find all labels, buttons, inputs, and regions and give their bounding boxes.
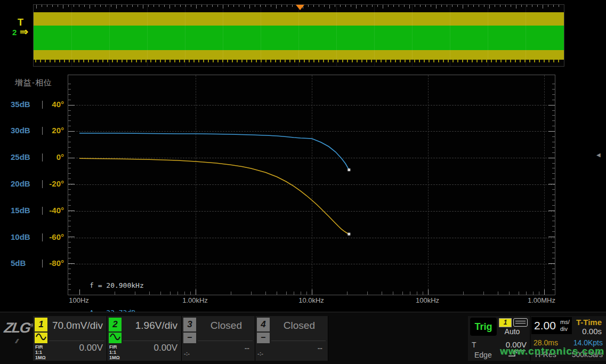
channel1-coupling-icon[interactable] [35, 333, 47, 343]
ruler-tick [340, 5, 341, 7]
ruler-tick [233, 5, 234, 7]
trigger-type[interactable]: Edge [474, 351, 492, 359]
band-tick [496, 60, 497, 62]
channel3-off-icon[interactable]: – [183, 333, 196, 343]
band-tick [443, 60, 444, 62]
band-tick [414, 60, 415, 62]
ruler-tick [479, 5, 479, 7]
ruler-tick [191, 5, 191, 7]
band-tick [141, 60, 142, 62]
ruler-tick [249, 5, 250, 9]
trigger-position-icon[interactable] [296, 5, 304, 10]
channel2-marker[interactable]: 2 [12, 28, 17, 37]
channel2-offset[interactable]: 0.00V [154, 343, 177, 353]
band-tick [126, 60, 127, 62]
band-tick [122, 60, 123, 62]
band-tick [366, 60, 367, 62]
band-tick [481, 60, 482, 62]
band-tick [299, 60, 300, 62]
ruler-tick [505, 5, 506, 7]
band-tick [313, 60, 314, 62]
timebase-box[interactable]: 2.00 ms/div [531, 317, 572, 334]
ruler-tick [548, 5, 548, 7]
bode-plot-title: 增益-相位 [15, 78, 52, 88]
ruler-tick [36, 5, 37, 9]
trigger-level-label: T [472, 341, 476, 349]
channel2-coupling-icon[interactable] [109, 333, 122, 343]
oscilloscope-screen: T 2 ⇒ 增益-相位 35dB40°30dB20°25dB0°20dB-20°… [0, 0, 606, 364]
axis-separator [42, 260, 43, 268]
channel1-block[interactable]: 1 FIR1:11MΩ 70.0mV/div 0.00V [33, 316, 107, 361]
channel4-block[interactable]: 4 – Closed -- -:- [255, 316, 328, 361]
graticule-line [526, 5, 526, 66]
ruler-tick [452, 5, 453, 7]
ruler-tick [329, 5, 330, 9]
band-tick [189, 60, 190, 62]
band-tick [217, 60, 219, 62]
ruler-tick [74, 5, 74, 7]
band-tick [371, 60, 372, 62]
axis-label-row: 35dB40° [0, 99, 67, 110]
trigger-coupling-icon[interactable] [513, 318, 528, 327]
ruler-tick [223, 5, 223, 9]
graticule-line [185, 5, 185, 66]
axis-separator [42, 153, 43, 161]
bode-plot-area: f = 20.900kHz A = 22.73dB Φ = -57.29° [68, 75, 555, 295]
ruler-tick [58, 5, 58, 7]
ruler-tick [521, 5, 522, 7]
band-tick [54, 60, 55, 62]
band-tick [117, 60, 118, 62]
band-tick [491, 60, 492, 62]
ruler-tick [324, 5, 325, 7]
band-tick [467, 60, 468, 62]
band-tick [409, 60, 410, 62]
channel4-badge[interactable]: 4 [257, 318, 270, 331]
channel3-status[interactable]: Closed [211, 320, 242, 331]
band-tick [112, 60, 113, 62]
channel2-tags: FIR1:11MΩ [109, 344, 120, 360]
ruler-tick [425, 5, 426, 7]
channel3-block[interactable]: 3 – Closed -- -:- [182, 316, 255, 361]
ruler-tick [292, 5, 293, 7]
ruler-tick [116, 5, 117, 9]
channel1-offset[interactable]: 0.00V [79, 343, 103, 353]
band-tick [429, 60, 430, 62]
trigger-status[interactable]: Trig [470, 318, 497, 336]
divider [123, 341, 179, 341]
band-tick [548, 60, 550, 62]
channel2-block[interactable]: 2 FIR1:11MΩ 1.96V/div 0.00V [107, 316, 182, 361]
band-tick [98, 60, 99, 62]
channel-offset-arrow-icon[interactable]: ⇒ [20, 26, 28, 38]
trigger-mode[interactable]: Auto [498, 327, 527, 336]
ruler-tick [495, 5, 495, 7]
graticule-line [412, 5, 413, 66]
ruler-tick [356, 5, 357, 9]
ruler-tick [260, 5, 261, 7]
band-tick [213, 60, 214, 62]
ruler-tick [106, 5, 106, 7]
graticule-line [450, 5, 450, 66]
band-tick [131, 60, 132, 62]
ruler-tick [276, 5, 277, 9]
channel3-badge[interactable]: 3 [183, 318, 196, 331]
side-panel-collapse-icon[interactable]: ◀ [596, 152, 601, 158]
ruler-tick [271, 5, 271, 7]
channel1-scale[interactable]: 70.0mV/div [52, 320, 103, 331]
channel2-scale[interactable]: 1.96V/div [135, 320, 177, 331]
trigger-source-badge[interactable]: 1 [499, 318, 512, 327]
band-tick [74, 60, 75, 62]
channel4-status[interactable]: Closed [284, 320, 315, 331]
ruler-tick [111, 5, 111, 7]
ruler-tick [537, 5, 538, 7]
band-tick [472, 60, 473, 62]
readout-frequency: f = 20.900kHz [90, 281, 144, 290]
ruler-tick [420, 5, 421, 7]
channel2-badge[interactable]: 2 [109, 318, 122, 331]
axis-separator [42, 101, 43, 109]
waveform-overview[interactable] [33, 4, 564, 67]
band-tick [453, 60, 454, 62]
ruler-tick [447, 5, 447, 7]
channel4-off-icon[interactable]: – [257, 333, 270, 343]
ruler-tick [335, 5, 335, 7]
channel1-badge[interactable]: 1 [35, 318, 47, 331]
